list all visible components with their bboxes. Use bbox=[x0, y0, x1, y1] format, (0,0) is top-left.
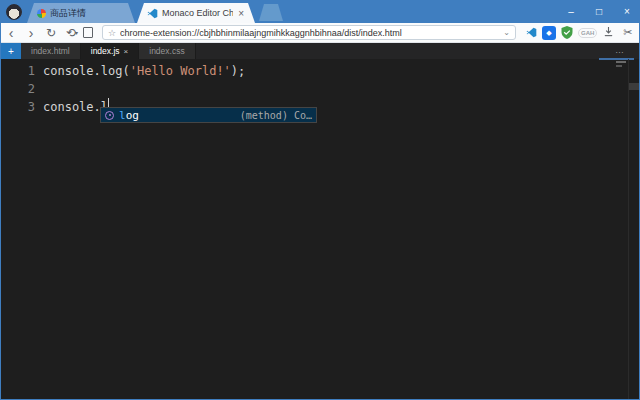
token: console.log( bbox=[43, 64, 130, 78]
minimap-line bbox=[616, 61, 626, 63]
code-editor[interactable]: 1 console.log('Hello World!'); 2 3 conso… bbox=[1, 59, 640, 400]
vscode-icon bbox=[526, 27, 537, 38]
scrollbar-track[interactable] bbox=[628, 59, 640, 400]
minimap[interactable] bbox=[614, 59, 628, 400]
profile-avatar[interactable] bbox=[6, 4, 22, 20]
tab-overflow-icon[interactable]: … bbox=[615, 43, 625, 59]
reading-mode-icon[interactable] bbox=[83, 27, 93, 38]
vscode-icon bbox=[147, 8, 158, 19]
maximize-button[interactable]: □ bbox=[585, 1, 613, 23]
browser-tab-title: Monaco Editor Chrome Exte bbox=[162, 8, 233, 18]
forward-icon[interactable]: › bbox=[21, 24, 41, 42]
method-icon bbox=[105, 111, 114, 120]
new-file-button[interactable]: + bbox=[1, 43, 21, 59]
code-line[interactable]: 1 console.log('Hello World!'); bbox=[1, 62, 601, 80]
scrollbar-thumb[interactable] bbox=[629, 83, 640, 90]
editor-tab-close-icon[interactable]: × bbox=[124, 47, 129, 56]
browser-tab-title: 商品详情 bbox=[50, 7, 125, 20]
match-text: l bbox=[119, 109, 126, 122]
browser-tab-monaco[interactable]: Monaco Editor Chrome Exte × bbox=[137, 3, 255, 23]
blue-extension-icon[interactable]: ◆ bbox=[542, 26, 556, 40]
url-text[interactable]: chrome-extension://cbjhbhinmilaajngmihkk… bbox=[120, 28, 499, 38]
monaco-extension-icon[interactable] bbox=[524, 26, 538, 40]
code-text: console.l bbox=[43, 98, 108, 116]
tab-close-icon[interactable]: × bbox=[237, 8, 245, 19]
token: console.l bbox=[43, 100, 108, 114]
screenshot-scissors-icon[interactable]: ✂ bbox=[620, 26, 635, 39]
editor-tab-index-js[interactable]: index.js × bbox=[81, 43, 140, 59]
editor-tab-label: index.css bbox=[149, 46, 184, 56]
minimize-button[interactable]: – bbox=[557, 1, 585, 23]
extensions-area: ◆ GAH ✂ ☾ + ≡ bbox=[524, 26, 640, 40]
badge-extension-icon[interactable]: GAH bbox=[578, 28, 597, 38]
back-icon[interactable]: ‹ bbox=[1, 24, 21, 42]
titlebar: 商品详情 Monaco Editor Chrome Exte × – □ × bbox=[1, 1, 640, 23]
suggest-label: log bbox=[119, 109, 235, 122]
shield-extension-icon[interactable] bbox=[560, 26, 574, 40]
address-bar[interactable]: ☆ chrome-extension://cbjhbhinmilaajngmih… bbox=[102, 25, 516, 40]
site-favicon-icon bbox=[37, 9, 46, 18]
rest-text: og bbox=[126, 109, 139, 122]
url-dropdown-icon[interactable]: ⌄ bbox=[503, 30, 510, 36]
history-caret-icon[interactable]: ▾ bbox=[75, 29, 78, 36]
editor-tab-label: index.html bbox=[31, 46, 70, 56]
window-controls: – □ × bbox=[557, 1, 640, 23]
editor-tab-index-css[interactable]: index.css bbox=[139, 43, 195, 59]
download-arrow-icon bbox=[603, 26, 614, 37]
download-icon[interactable] bbox=[601, 26, 616, 39]
line-number: 2 bbox=[1, 80, 35, 98]
browser-tab-shopping[interactable]: 商品详情 bbox=[27, 3, 135, 23]
browser-toolbar: ‹ › ↻ ⟲ ▾ ☆ chrome-extension://cbjhbhinm… bbox=[1, 23, 640, 43]
string-token: 'Hello World!' bbox=[130, 64, 231, 78]
minimap-line bbox=[616, 65, 622, 67]
line-number: 3 bbox=[1, 98, 35, 116]
token: ); bbox=[231, 64, 245, 78]
line-number: 1 bbox=[1, 62, 35, 80]
code-text: console.log('Hello World!'); bbox=[43, 62, 245, 80]
editor-tab-index-html[interactable]: index.html bbox=[21, 43, 81, 59]
refresh-icon[interactable]: ↻ bbox=[41, 24, 61, 42]
editor-tab-label: index.js bbox=[91, 46, 120, 56]
suggest-widget[interactable]: log (method) Co… bbox=[100, 107, 317, 123]
close-button[interactable]: × bbox=[613, 1, 640, 23]
browser-window: 商品详情 Monaco Editor Chrome Exte × – □ × ‹… bbox=[0, 0, 640, 400]
code-line[interactable]: 2 bbox=[1, 80, 601, 98]
shield-icon bbox=[561, 26, 573, 39]
bookmark-star-icon[interactable]: ☆ bbox=[108, 28, 116, 38]
suggest-detail: (method) Co… bbox=[240, 110, 312, 121]
new-tab-button[interactable] bbox=[259, 4, 283, 21]
editor-tabstrip: + index.html index.js × index.css … bbox=[1, 43, 640, 59]
